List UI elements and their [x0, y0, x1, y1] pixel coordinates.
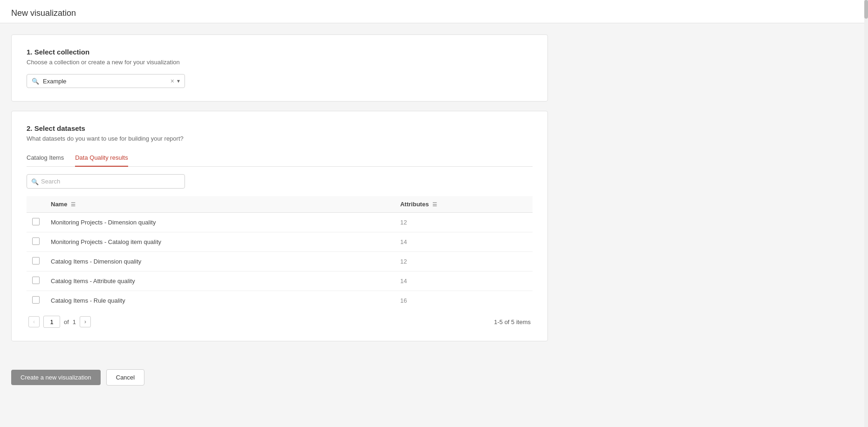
table-header-attributes: Attributes ☰: [395, 196, 533, 213]
collection-select[interactable]: 🔍 Example × ▾: [27, 74, 185, 88]
select-datasets-section: 2. Select datasets What datasets do you …: [11, 111, 548, 341]
page-of-label: of: [64, 319, 69, 325]
section2-title: 2. Select datasets: [27, 124, 533, 132]
table-row: Catalog Items - Dimension quality12: [27, 252, 533, 271]
row-name: Catalog Items - Attribute quality: [45, 271, 395, 291]
row-attributes: 16: [395, 291, 533, 311]
table-header-checkbox-cell: [27, 196, 45, 213]
row-attributes: 14: [395, 232, 533, 252]
row-checkbox[interactable]: [32, 218, 40, 225]
search-icon: 🔍: [31, 178, 39, 185]
page-title: New visualization: [0, 0, 868, 23]
pagination-controls: ‹ of 1 ›: [28, 316, 91, 328]
section1-subtitle: Choose a collection or create a new for …: [27, 59, 533, 66]
table-header-row: Name ☰ Attributes ☰: [27, 196, 533, 213]
dataset-search-wrapper: 🔍: [27, 174, 185, 189]
prev-page-button[interactable]: ‹: [28, 316, 40, 327]
dataset-tabs: Catalog Items Data Quality results: [27, 150, 533, 167]
pagination-row: ‹ of 1 › 1-5 of 5 items: [27, 310, 533, 328]
select-collection-section: 1. Select collection Choose a collection…: [11, 34, 548, 102]
page-number-input[interactable]: [43, 316, 60, 328]
row-attributes: 12: [395, 213, 533, 232]
row-attributes: 12: [395, 252, 533, 271]
cancel-button[interactable]: Cancel: [106, 369, 144, 386]
row-checkbox[interactable]: [32, 277, 40, 284]
row-checkbox[interactable]: [32, 296, 40, 304]
collection-clear-button[interactable]: ×: [171, 77, 174, 85]
row-name: Catalog Items - Rule quality: [45, 291, 395, 311]
scrollbar[interactable]: [864, 0, 868, 397]
table-row: Catalog Items - Attribute quality14: [27, 271, 533, 291]
row-attributes: 14: [395, 271, 533, 291]
collection-chevron-icon: ▾: [177, 78, 180, 84]
row-name: Monitoring Projects - Catalog item quali…: [45, 232, 395, 252]
tab-data-quality-results[interactable]: Data Quality results: [75, 150, 128, 167]
search-input[interactable]: [27, 174, 185, 189]
row-name: Monitoring Projects - Dimension quality: [45, 213, 395, 232]
total-pages: 1: [73, 319, 76, 325]
table-row: Monitoring Projects - Catalog item quali…: [27, 232, 533, 252]
name-filter-icon[interactable]: ☰: [71, 202, 75, 207]
row-checkbox[interactable]: [32, 257, 40, 264]
footer-buttons: Create a new visualization Cancel: [0, 362, 868, 397]
next-page-button[interactable]: ›: [80, 316, 91, 327]
create-visualization-button[interactable]: Create a new visualization: [11, 370, 101, 385]
collection-search-icon: 🔍: [32, 78, 39, 85]
tab-catalog-items[interactable]: Catalog Items: [27, 150, 64, 167]
scrollbar-thumb[interactable]: [864, 0, 868, 19]
datasets-table: Name ☰ Attributes ☰ Monitoring Projects …: [27, 196, 533, 310]
row-checkbox[interactable]: [32, 237, 40, 245]
section2-subtitle: What datasets do you want to use for bui…: [27, 135, 533, 142]
items-count: 1-5 of 5 items: [494, 319, 531, 325]
row-name: Catalog Items - Dimension quality: [45, 252, 395, 271]
table-row: Catalog Items - Rule quality16: [27, 291, 533, 311]
table-row: Monitoring Projects - Dimension quality1…: [27, 213, 533, 232]
table-header-name: Name ☰: [45, 196, 395, 213]
collection-selected-value: Example: [43, 78, 171, 85]
attributes-filter-icon[interactable]: ☰: [432, 202, 437, 207]
section1-title: 1. Select collection: [27, 48, 533, 56]
